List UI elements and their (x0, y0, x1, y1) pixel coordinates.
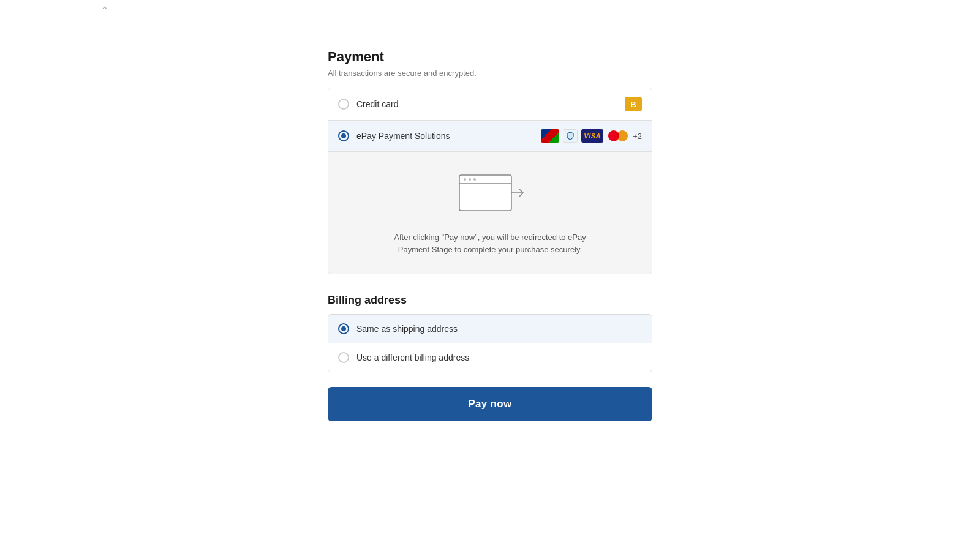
epay-label: ePay Payment Solutions (356, 131, 541, 141)
epay-card-icons: VISA +2 (541, 129, 642, 143)
payment-subtitle: All transactions are secure and encrypte… (328, 69, 652, 78)
redirect-illustration (450, 170, 530, 222)
same-shipping-radio[interactable] (338, 323, 349, 334)
visa-icon: VISA (581, 129, 603, 143)
payment-title: Payment (328, 49, 652, 65)
chevron-up-icon[interactable]: ⌃ (101, 5, 108, 15)
plus-badge: +2 (633, 132, 642, 141)
svg-point-3 (469, 178, 471, 181)
same-as-shipping-option[interactable]: Same as shipping address (328, 315, 652, 343)
same-shipping-label: Same as shipping address (356, 324, 642, 334)
b-badge-icon: B (625, 97, 642, 111)
svg-rect-0 (459, 175, 511, 211)
shield-payment-icon (563, 129, 578, 143)
credit-card-radio[interactable] (338, 99, 349, 110)
svg-point-4 (473, 178, 476, 181)
different-billing-option[interactable]: Use a different billing address (328, 343, 652, 372)
billing-options-container: Same as shipping address Use a different… (328, 314, 652, 372)
payment-options-container: Credit card B ePay Payment Solutions (328, 88, 652, 274)
different-billing-radio[interactable] (338, 352, 349, 363)
different-billing-label: Use a different billing address (356, 353, 642, 362)
billing-title: Billing address (328, 294, 652, 307)
credit-card-option[interactable]: Credit card B (328, 88, 652, 121)
redirect-text: After clicking "Pay now", you will be re… (394, 231, 586, 255)
credit-card-label: Credit card (356, 99, 625, 109)
svg-point-2 (464, 178, 466, 181)
epay-radio[interactable] (338, 130, 349, 141)
jcb-icon (541, 129, 559, 143)
epay-redirect-box: After clicking "Pay now", you will be re… (328, 152, 652, 274)
credit-card-icons: B (625, 97, 642, 111)
mastercard-icon (607, 129, 629, 143)
epay-option[interactable]: ePay Payment Solutions VISA (328, 121, 652, 152)
pay-now-button[interactable]: Pay now (328, 387, 652, 421)
